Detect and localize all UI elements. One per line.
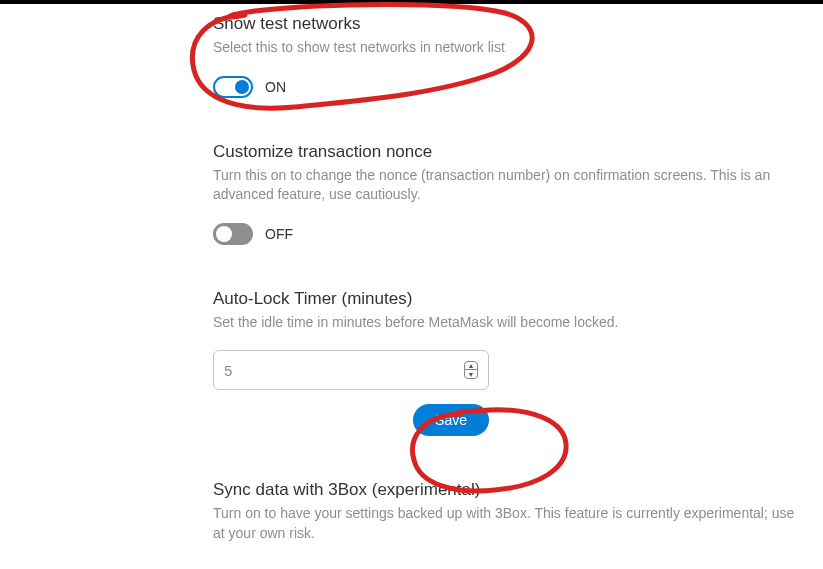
setting-customize-nonce: Customize transaction nonce Turn this on… (213, 142, 803, 245)
setting-desc: Turn this on to change the nonce (transa… (213, 166, 803, 205)
auto-lock-input-wrap: ▲ ▼ (213, 350, 489, 390)
setting-desc: Turn on to have your settings backed up … (213, 504, 803, 543)
stepper-down-icon[interactable]: ▼ (465, 370, 477, 378)
toggle-row: OFF (213, 223, 803, 245)
setting-title: Show test networks (213, 14, 803, 34)
toggle-state-label: OFF (265, 226, 293, 242)
setting-desc: Set the idle time in minutes before Meta… (213, 313, 803, 333)
setting-title: Customize transaction nonce (213, 142, 803, 162)
settings-content: Show test networks Select this to show t… (0, 0, 823, 544)
setting-auto-lock: Auto-Lock Timer (minutes) Set the idle t… (213, 289, 803, 437)
auto-lock-input[interactable] (224, 362, 464, 379)
toggle-show-test-networks[interactable] (213, 76, 253, 98)
setting-title: Sync data with 3Box (experimental) (213, 480, 803, 500)
toggle-row: ON (213, 76, 803, 98)
toggle-customize-nonce[interactable] (213, 223, 253, 245)
toggle-knob (216, 226, 232, 242)
stepper-up-icon[interactable]: ▲ (465, 362, 477, 370)
save-row: Save (213, 404, 489, 436)
setting-title: Auto-Lock Timer (minutes) (213, 289, 803, 309)
setting-desc: Select this to show test networks in net… (213, 38, 803, 58)
setting-show-test-networks: Show test networks Select this to show t… (213, 14, 803, 98)
save-button[interactable]: Save (413, 404, 489, 436)
top-black-bar (0, 0, 823, 4)
setting-sync-3box: Sync data with 3Box (experimental) Turn … (213, 480, 803, 543)
toggle-knob (235, 80, 249, 94)
number-stepper: ▲ ▼ (464, 361, 478, 379)
toggle-state-label: ON (265, 79, 286, 95)
